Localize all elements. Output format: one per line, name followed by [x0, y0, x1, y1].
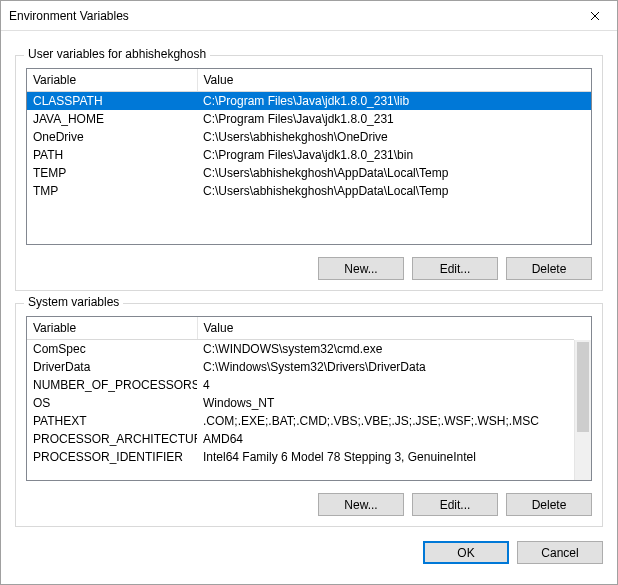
user-var-row[interactable]: JAVA_HOMEC:\Program Files\Java\jdk1.8.0_… — [27, 110, 591, 128]
user-var-row-name: JAVA_HOME — [27, 110, 197, 128]
user-var-row[interactable]: PATHC:\Program Files\Java\jdk1.8.0_231\b… — [27, 146, 591, 164]
titlebar: Environment Variables — [1, 1, 617, 31]
close-button[interactable] — [572, 1, 617, 30]
dialog-content: User variables for abhishekghosh Variabl… — [1, 31, 617, 584]
system-var-row-value: 4 — [197, 376, 574, 394]
system-var-row-value: C:\WINDOWS\system32\cmd.exe — [197, 340, 574, 358]
user-var-row-name: TEMP — [27, 164, 197, 182]
user-new-button[interactable]: New... — [318, 257, 404, 280]
system-var-row[interactable]: PATHEXT.COM;.EXE;.BAT;.CMD;.VBS;.VBE;.JS… — [27, 412, 574, 430]
system-edit-button[interactable]: Edit... — [412, 493, 498, 516]
user-var-row-name: OneDrive — [27, 128, 197, 146]
system-variables-table[interactable]: Variable Value ComSpecC:\WINDOWS\system3… — [26, 316, 592, 481]
user-button-row: New... Edit... Delete — [26, 257, 592, 280]
system-var-row-value: C:\Windows\System32\Drivers\DriverData — [197, 358, 574, 376]
user-variables-group: User variables for abhishekghosh Variabl… — [15, 55, 603, 291]
system-var-row[interactable]: PROCESSOR_ARCHITECTUREAMD64 — [27, 430, 574, 448]
system-var-row[interactable]: PROCESSOR_IDENTIFIERIntel64 Family 6 Mod… — [27, 448, 574, 466]
user-var-row[interactable]: TEMPC:\Users\abhishekghosh\AppData\Local… — [27, 164, 591, 182]
user-var-row[interactable]: OneDriveC:\Users\abhishekghosh\OneDrive — [27, 128, 591, 146]
user-group-legend: User variables for abhishekghosh — [24, 47, 210, 61]
user-delete-button[interactable]: Delete — [506, 257, 592, 280]
user-col-value[interactable]: Value — [197, 69, 591, 92]
user-var-row-value: C:\Program Files\Java\jdk1.8.0_231\lib — [197, 92, 591, 110]
system-var-row-name: NUMBER_OF_PROCESSORS — [27, 376, 197, 394]
system-col-variable[interactable]: Variable — [27, 317, 197, 340]
system-new-button[interactable]: New... — [318, 493, 404, 516]
system-scrollbar[interactable] — [574, 340, 591, 480]
system-var-row-name: PATHEXT — [27, 412, 197, 430]
scrollbar-thumb[interactable] — [577, 342, 589, 432]
system-var-row-value: Windows_NT — [197, 394, 574, 412]
system-var-row-name: PROCESSOR_ARCHITECTURE — [27, 430, 197, 448]
user-col-variable[interactable]: Variable — [27, 69, 197, 92]
system-var-row-name: ComSpec — [27, 340, 197, 358]
user-var-row-value: C:\Program Files\Java\jdk1.8.0_231 — [197, 110, 591, 128]
user-var-row-value: C:\Users\abhishekghosh\AppData\Local\Tem… — [197, 164, 591, 182]
system-var-row-name: OS — [27, 394, 197, 412]
close-icon — [590, 11, 600, 21]
user-edit-button[interactable]: Edit... — [412, 257, 498, 280]
system-col-value[interactable]: Value — [197, 317, 574, 340]
system-var-row[interactable]: NUMBER_OF_PROCESSORS4 — [27, 376, 574, 394]
user-var-row-value: C:\Users\abhishekghosh\OneDrive — [197, 128, 591, 146]
window-title: Environment Variables — [9, 9, 129, 23]
user-var-row-value: C:\Program Files\Java\jdk1.8.0_231\bin — [197, 146, 591, 164]
user-var-row-name: PATH — [27, 146, 197, 164]
system-var-row-value: AMD64 — [197, 430, 574, 448]
user-var-row-name: CLASSPATH — [27, 92, 197, 110]
system-var-row-name: PROCESSOR_IDENTIFIER — [27, 448, 197, 466]
system-var-row-value: Intel64 Family 6 Model 78 Stepping 3, Ge… — [197, 448, 574, 466]
user-var-row[interactable]: CLASSPATHC:\Program Files\Java\jdk1.8.0_… — [27, 92, 591, 110]
system-var-row-name: DriverData — [27, 358, 197, 376]
system-var-row-value: .COM;.EXE;.BAT;.CMD;.VBS;.VBE;.JS;.JSE;.… — [197, 412, 574, 430]
system-delete-button[interactable]: Delete — [506, 493, 592, 516]
cancel-button[interactable]: Cancel — [517, 541, 603, 564]
system-variables-group: System variables Variable Value ComSpecC… — [15, 303, 603, 527]
environment-variables-dialog: Environment Variables User variables for… — [0, 0, 618, 585]
ok-button[interactable]: OK — [423, 541, 509, 564]
system-var-row[interactable]: OSWindows_NT — [27, 394, 574, 412]
system-button-row: New... Edit... Delete — [26, 493, 592, 516]
system-var-row[interactable]: DriverDataC:\Windows\System32\Drivers\Dr… — [27, 358, 574, 376]
system-var-row[interactable]: ComSpecC:\WINDOWS\system32\cmd.exe — [27, 340, 574, 358]
user-variables-table[interactable]: Variable Value CLASSPATHC:\Program Files… — [26, 68, 592, 245]
user-var-row-name: TMP — [27, 182, 197, 200]
system-group-legend: System variables — [24, 295, 123, 309]
dialog-button-row: OK Cancel — [15, 541, 603, 564]
user-var-row[interactable]: TMPC:\Users\abhishekghosh\AppData\Local\… — [27, 182, 591, 200]
user-var-row-value: C:\Users\abhishekghosh\AppData\Local\Tem… — [197, 182, 591, 200]
